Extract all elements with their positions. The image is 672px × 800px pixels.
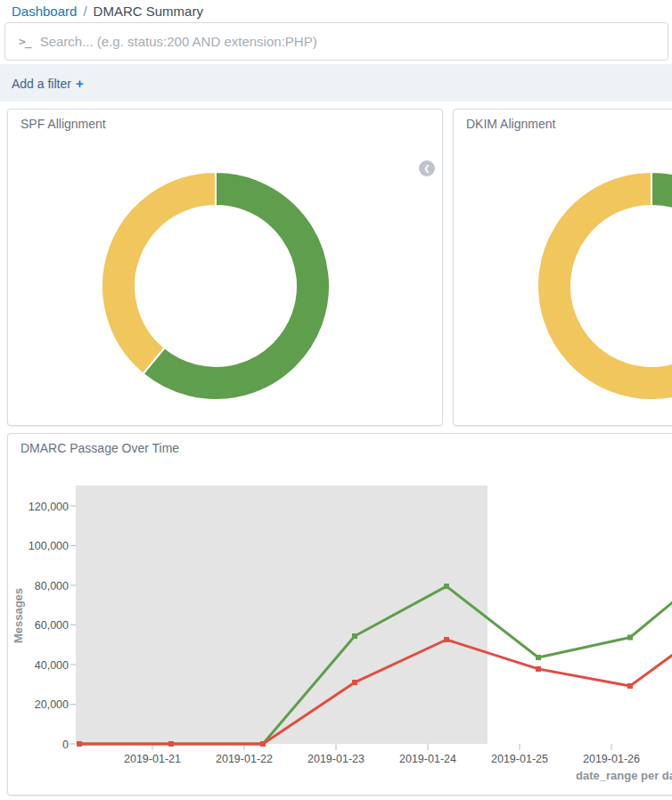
y-axis-tick-label: 20,000: [35, 698, 69, 711]
data-point-marker-green[interactable]: [536, 655, 541, 660]
x-axis-tick-label: 2019-01-26: [583, 753, 640, 765]
breadcrumb-separator: /: [83, 4, 86, 19]
dmarc-passage-line-chart[interactable]: 020,00040,00060,00080,000100,000120,0002…: [8, 434, 672, 795]
search-input[interactable]: [40, 34, 668, 49]
x-axis-tick-label: 2019-01-25: [491, 753, 548, 765]
x-axis-tick-label: 2019-01-24: [399, 753, 456, 765]
x-axis-tick-label: 2019-01-22: [216, 753, 273, 765]
terminal-prompt-icon: >_: [19, 35, 31, 48]
data-point-marker-red[interactable]: [260, 741, 266, 747]
donut-slice-yellow[interactable]: [537, 172, 672, 400]
donut-slice-yellow[interactable]: [102, 172, 216, 374]
breadcrumb: Dashboard/DMARC Summary: [12, 3, 203, 20]
data-point-marker-green[interactable]: [352, 633, 357, 639]
data-point-marker-red[interactable]: [536, 666, 541, 672]
panel-dmarc-passage-over-time: DMARC Passage Over Time 020,00040,00060,…: [7, 433, 672, 796]
plot-background-band: [76, 486, 488, 744]
y-axis-tick-label: 100,000: [29, 540, 69, 552]
donut-slice-green[interactable]: [652, 172, 672, 221]
x-axis-title: date_range per da: [576, 769, 672, 782]
filter-bar: Add a filter+: [0, 64, 672, 102]
data-point-marker-green[interactable]: [444, 584, 449, 589]
breadcrumb-link-dashboard[interactable]: Dashboard: [12, 4, 77, 19]
add-filter-label: Add a filter: [12, 77, 71, 91]
y-axis-tick-label: 0: [62, 739, 69, 751]
dkim-alignment-donut-chart[interactable]: [454, 110, 672, 425]
search-bar: >_: [4, 22, 668, 61]
data-point-marker-red[interactable]: [444, 637, 449, 642]
breadcrumb-current-page: DMARC Summary: [94, 4, 203, 19]
data-point-marker-red[interactable]: [77, 741, 82, 747]
data-point-marker-green[interactable]: [627, 635, 633, 641]
dmarc-dashboard-page: Dashboard/DMARC Summary >_ Add a filter+…: [0, 0, 672, 800]
add-filter-link[interactable]: Add a filter+: [12, 76, 84, 91]
y-axis-tick-label: 120,000: [29, 501, 69, 513]
data-point-marker-red[interactable]: [627, 683, 633, 689]
plus-icon: +: [76, 76, 84, 91]
y-axis-tick-label: 80,000: [35, 580, 69, 592]
x-axis-tick-label: 2019-01-23: [307, 753, 365, 765]
chevron-left-circle-icon[interactable]: ❮: [419, 160, 435, 176]
spf-alignment-donut-chart[interactable]: [8, 110, 442, 425]
x-axis-tick-label: 2019-01-21: [124, 753, 181, 765]
y-axis-tick-label: 60,000: [35, 619, 69, 632]
panel-dkim-alignment: DKIM Alignment: [453, 109, 672, 426]
y-axis-title: Messages: [12, 588, 25, 643]
y-axis-tick-label: 40,000: [35, 659, 69, 672]
data-point-marker-red[interactable]: [352, 680, 357, 685]
data-point-marker-red[interactable]: [168, 741, 174, 747]
panel-spf-alignment: SPF Allignment ❮: [7, 109, 443, 426]
